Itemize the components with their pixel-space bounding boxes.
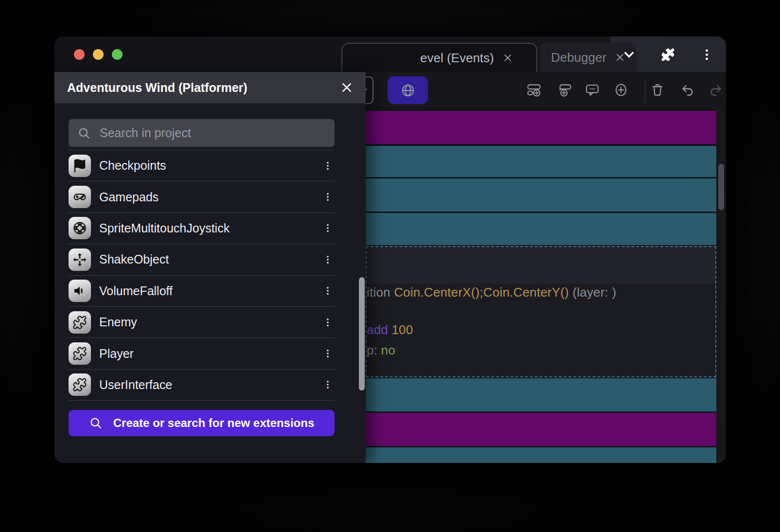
separator-text: ; [479, 285, 483, 300]
list-item-checkpoints[interactable]: Checkpoints [69, 150, 335, 181]
speaker-icon [72, 284, 87, 298]
events-sheet: ition Coin.CenterX();Coin.CenterY() (lay… [346, 108, 726, 463]
tab-label: evel (Events) [420, 51, 494, 66]
expression-text: Coin.CenterX() [394, 285, 479, 300]
gamepad-icon [72, 190, 87, 204]
toolbar-divider [645, 78, 645, 103]
kebab-menu-icon[interactable] [323, 380, 333, 390]
redo-icon[interactable] [709, 83, 723, 97]
event-row[interactable] [366, 213, 716, 245]
list-item-volumefalloff[interactable]: VolumeFalloff [69, 276, 335, 307]
selected-event[interactable] [366, 246, 716, 377]
zoom-window-button[interactable] [112, 49, 123, 60]
create-extension-label: Create or search for new extensions [113, 416, 314, 430]
list-item-userinterface[interactable]: UserInterface [69, 370, 335, 401]
search-icon [77, 126, 91, 140]
kebab-menu-icon[interactable] [323, 161, 333, 171]
move-arrows-icon [72, 252, 87, 267]
close-window-button[interactable] [74, 49, 85, 60]
project-search[interactable] [69, 119, 335, 147]
list-item-label: UserInterface [99, 378, 315, 392]
list-item-gamepads[interactable]: Gamepads [69, 181, 335, 213]
screenshot-stage: evel (Events) Debugger [0, 0, 780, 532]
action-text: (layer: ) [569, 285, 616, 300]
joystick-icon [72, 221, 87, 235]
puzzle-icon[interactable] [660, 47, 675, 62]
list-item-label: SpriteMultitouchJoystick [99, 221, 315, 235]
operator-text: add [367, 322, 391, 337]
event-row[interactable] [366, 378, 716, 411]
puzzle-icon [72, 377, 87, 392]
list-item-shakeobject[interactable]: ShakeObject [69, 244, 335, 275]
undo-icon[interactable] [680, 83, 695, 97]
expression-text: Coin.CenterY() [483, 285, 569, 300]
tab-bar: evel (Events) Debugger [346, 36, 726, 72]
trash-icon[interactable] [650, 83, 665, 97]
minimize-window-button[interactable] [93, 49, 104, 60]
events-rows: ition Coin.CenterX();Coin.CenterY() (lay… [366, 108, 716, 463]
list-item-label: Checkpoints [99, 159, 315, 173]
events-toolbar [346, 72, 726, 108]
kebab-menu-icon[interactable] [700, 48, 713, 61]
puzzle-icon [72, 315, 87, 330]
app-window: evel (Events) Debugger [54, 36, 726, 463]
event-row[interactable] [366, 447, 716, 463]
add-event-icon[interactable] [527, 83, 541, 97]
search-input[interactable] [99, 125, 326, 141]
list-item-label: VolumeFalloff [99, 284, 315, 298]
kebab-menu-icon[interactable] [323, 349, 333, 358]
list-item-enemy[interactable]: Enemy [69, 307, 335, 338]
close-tab-icon[interactable] [503, 53, 513, 63]
tab-label: Debugger [551, 50, 606, 65]
events-scrollbar-track[interactable] [716, 108, 726, 463]
panel-scrollbar-thumb[interactable] [359, 277, 365, 390]
list-item-player[interactable]: Player [69, 338, 335, 369]
project-manager-header: Adventurous Wind (Platformer) [54, 72, 366, 103]
event-action-line[interactable]: p: no [367, 343, 395, 358]
add-comment-icon[interactable] [585, 83, 600, 97]
value-text: 100 [391, 322, 413, 337]
extensions-list: Checkpoints Gamepads SpriteMultitouchJoy… [69, 150, 335, 401]
event-action-line[interactable]: ition Coin.CenterX();Coin.CenterY() (lay… [367, 285, 616, 300]
project-manager-panel: Adventurous Wind (Platformer) Checkpoint… [54, 72, 366, 463]
project-title: Adventurous Wind (Platformer) [67, 81, 248, 95]
tab-level-events[interactable]: evel (Events) [341, 43, 537, 72]
list-item-label: Player [99, 347, 315, 361]
puzzle-icon [72, 346, 87, 361]
tab-debugger[interactable]: Debugger [539, 43, 637, 72]
kebab-menu-icon[interactable] [323, 286, 333, 296]
kebab-menu-icon[interactable] [323, 318, 333, 327]
list-item-label: ShakeObject [99, 252, 315, 266]
add-more-icon[interactable] [614, 83, 628, 97]
kebab-menu-icon[interactable] [323, 223, 333, 233]
add-subevent-icon[interactable] [557, 83, 572, 97]
event-action-line[interactable]: add 100 [367, 322, 413, 337]
action-text: ition [367, 285, 394, 300]
param-text: p: [367, 343, 381, 357]
chevron-down-icon[interactable] [622, 48, 636, 61]
event-row[interactable] [366, 413, 716, 446]
event-conditions[interactable] [367, 247, 715, 284]
list-item-spritemultitouchjoystick[interactable]: SpriteMultitouchJoystick [69, 213, 335, 244]
close-icon[interactable] [340, 81, 353, 94]
event-row[interactable] [366, 111, 716, 144]
list-item-label: Gamepads [99, 190, 315, 204]
kebab-menu-icon[interactable] [323, 255, 333, 265]
kebab-menu-icon[interactable] [323, 192, 333, 202]
event-row[interactable] [366, 178, 716, 212]
list-item-label: Enemy [99, 315, 315, 329]
flag-icon [72, 159, 87, 173]
event-row[interactable] [366, 146, 716, 177]
globe-icon [401, 83, 415, 98]
value-text: no [381, 343, 395, 357]
search-icon [89, 416, 103, 430]
events-scrollbar-thumb[interactable] [718, 164, 724, 210]
global-events-button[interactable] [388, 76, 428, 104]
create-extension-button[interactable]: Create or search for new extensions [69, 410, 335, 436]
